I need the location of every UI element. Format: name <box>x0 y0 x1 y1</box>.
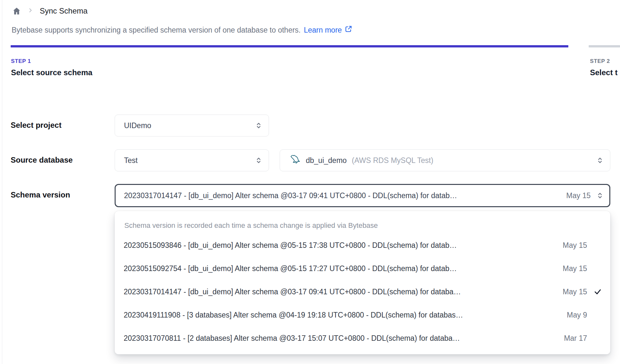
option-text: 20230515093846 - [db_ui_demo] Alter sche… <box>124 241 557 250</box>
option-date: May 15 <box>563 241 587 250</box>
home-icon[interactable] <box>12 7 21 15</box>
schema-version-option[interactable]: 20230317070811 - [2 databases] Alter sch… <box>123 327 603 350</box>
schema-version-label: Schema version <box>11 190 70 199</box>
sidebar-divider <box>2 0 2 364</box>
schema-version-select-value: 20230317014147 - [db_ui_demo] Alter sche… <box>124 191 561 200</box>
step1-progress-bar <box>11 45 568 47</box>
step2-label: STEP 2 <box>590 58 620 65</box>
chevron-up-down-icon <box>254 121 263 130</box>
intro-text-row: Bytebase supports synchronizing a specif… <box>12 25 352 35</box>
step1-header: STEP 1 Select source schema <box>11 58 92 77</box>
project-select-value: UIDemo <box>124 121 254 130</box>
schema-version-option[interactable]: 20230419111908 - [3 databases] Alter sch… <box>123 303 603 327</box>
step2-title: Select t <box>590 68 620 77</box>
environment-select-value: Test <box>124 156 254 165</box>
option-text: 20230317070811 - [2 databases] Alter sch… <box>124 334 558 343</box>
breadcrumb: Sync Schema <box>12 6 88 15</box>
chevron-up-down-icon <box>254 156 263 165</box>
schema-version-hint: Schema version is recorded each time a s… <box>123 219 603 234</box>
database-select[interactable]: db_ui_demo (AWS RDS MySQL Test) <box>280 149 610 171</box>
schema-version-option[interactable]: 20230317014147 - [db_ui_demo] Alter sche… <box>123 280 603 303</box>
option-text: 20230515092754 - [db_ui_demo] Alter sche… <box>124 264 557 273</box>
schema-version-select-date: May 15 <box>566 191 591 200</box>
schema-version-option[interactable]: 20230515093846 - [db_ui_demo] Alter sche… <box>123 234 603 257</box>
schema-version-option[interactable]: 20230515092754 - [db_ui_demo] Alter sche… <box>123 257 603 280</box>
step2-progress-bar <box>589 45 620 47</box>
page-title: Sync Schema <box>40 6 88 15</box>
external-link-icon <box>345 25 352 35</box>
intro-description: Bytebase supports synchronizing a specif… <box>12 26 301 35</box>
mysql-dolphin-icon <box>289 154 301 167</box>
database-select-value: db_ui_demo <box>306 156 347 165</box>
step1-title: Select source schema <box>11 68 92 77</box>
chevron-right-icon <box>27 7 33 15</box>
chevron-up-down-icon <box>596 191 604 200</box>
select-project-label: Select project <box>11 121 61 130</box>
option-date: Mar 17 <box>564 334 587 343</box>
schema-version-select[interactable]: 20230317014147 - [db_ui_demo] Alter sche… <box>115 184 610 207</box>
project-select[interactable]: UIDemo <box>115 115 269 136</box>
step2-header: STEP 2 Select t <box>590 58 620 77</box>
option-text: 20230419111908 - [3 databases] Alter sch… <box>124 311 561 319</box>
option-date: May 15 <box>563 288 587 296</box>
option-date: May 15 <box>563 264 587 273</box>
option-text: 20230317014147 - [db_ui_demo] Alter sche… <box>124 288 557 296</box>
database-select-detail: (AWS RDS MySQL Test) <box>352 156 591 165</box>
check-icon <box>591 288 602 296</box>
learn-more-label: Learn more <box>304 26 342 35</box>
chevron-up-down-icon <box>596 156 604 165</box>
environment-select[interactable]: Test <box>115 149 269 171</box>
option-date: May 9 <box>567 311 587 319</box>
schema-version-dropdown: Schema version is recorded each time a s… <box>115 211 610 354</box>
learn-more-link[interactable]: Learn more <box>304 25 352 35</box>
sync-schema-page: Sync Schema Bytebase supports synchroniz… <box>0 0 620 364</box>
source-database-label: Source database <box>11 156 73 165</box>
step1-label: STEP 1 <box>11 58 92 65</box>
